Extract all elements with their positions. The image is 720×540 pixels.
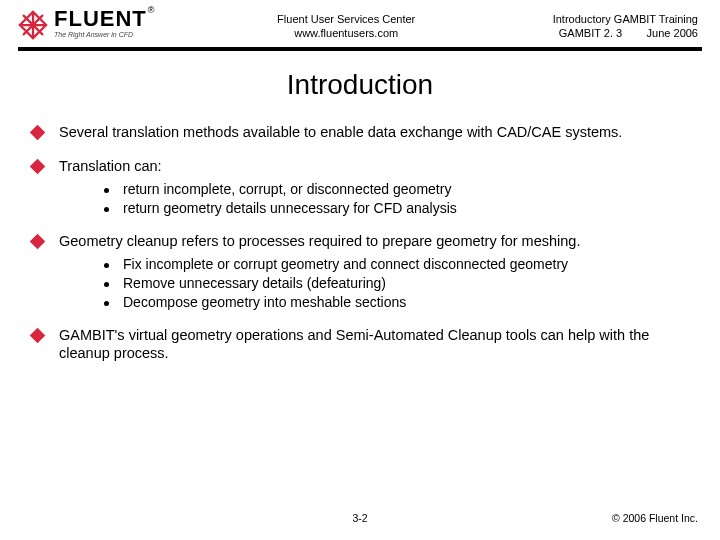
bullet-text: Geometry cleanup refers to processes req… — [59, 232, 688, 250]
bullet-item: Geometry cleanup refers to processes req… — [32, 232, 688, 250]
header: FLUENT® The Right Answer in CFD Fluent U… — [0, 0, 720, 41]
diamond-bullet-icon — [30, 328, 46, 344]
logo-block: FLUENT® The Right Answer in CFD — [18, 8, 154, 40]
bullet-item: GAMBIT's virtual geometry operations and… — [32, 326, 688, 362]
sub-bullet-item: Decompose geometry into meshable section… — [104, 294, 688, 310]
sub-bullet-item: return incomplete, corrupt, or disconnec… — [104, 181, 688, 197]
header-right-line1: Introductory GAMBIT Training — [538, 12, 698, 26]
dot-bullet-icon — [104, 301, 109, 306]
header-center-line1: Fluent User Services Center — [154, 12, 538, 26]
footer-left — [22, 512, 247, 524]
header-right: Introductory GAMBIT Training GAMBIT 2. 3… — [538, 8, 698, 41]
bullet-text: Translation can: — [59, 157, 688, 175]
bullet-item: Several translation methods available to… — [32, 123, 688, 141]
sub-bullet-list: Fix incomplete or corrupt geometry and c… — [104, 256, 688, 310]
dot-bullet-icon — [104, 188, 109, 193]
fluent-logo-icon — [18, 10, 48, 40]
header-center: Fluent User Services Center www.fluentus… — [154, 8, 538, 41]
slide-content: Several translation methods available to… — [0, 123, 720, 363]
footer-copyright: © 2006 Fluent Inc. — [473, 512, 698, 524]
slide-page: FLUENT® The Right Answer in CFD Fluent U… — [0, 0, 720, 540]
header-right-date: June 2006 — [647, 27, 698, 39]
sub-bullet-text: return incomplete, corrupt, or disconnec… — [123, 181, 451, 197]
sub-bullet-text: Decompose geometry into meshable section… — [123, 294, 406, 310]
diamond-bullet-icon — [30, 158, 46, 174]
sub-bullet-text: return geometry details unnecessary for … — [123, 200, 457, 216]
logo-name: FLUENT — [54, 6, 147, 31]
diamond-bullet-icon — [30, 234, 46, 250]
sub-bullet-item: return geometry details unnecessary for … — [104, 200, 688, 216]
footer-page-number: 3-2 — [247, 512, 472, 524]
dot-bullet-icon — [104, 263, 109, 268]
header-right-version: GAMBIT 2. 3 — [559, 27, 622, 39]
diamond-bullet-icon — [30, 124, 46, 140]
sub-bullet-item: Remove unnecessary details (defeaturing) — [104, 275, 688, 291]
dot-bullet-icon — [104, 207, 109, 212]
header-center-line2: www.fluentusers.com — [154, 26, 538, 40]
slide-title: Introduction — [0, 69, 720, 101]
bullet-item: Translation can: — [32, 157, 688, 175]
sub-bullet-list: return incomplete, corrupt, or disconnec… — [104, 181, 688, 216]
logo-word: FLUENT® — [54, 8, 154, 30]
header-right-line2: GAMBIT 2. 3 June 2006 — [538, 26, 698, 40]
logo-text: FLUENT® The Right Answer in CFD — [54, 8, 154, 38]
dot-bullet-icon — [104, 282, 109, 287]
footer: 3-2 © 2006 Fluent Inc. — [0, 512, 720, 524]
header-divider — [18, 47, 702, 51]
sub-bullet-item: Fix incomplete or corrupt geometry and c… — [104, 256, 688, 272]
bullet-text: Several translation methods available to… — [59, 123, 688, 141]
bullet-text: GAMBIT's virtual geometry operations and… — [59, 326, 688, 362]
sub-bullet-text: Fix incomplete or corrupt geometry and c… — [123, 256, 568, 272]
sub-bullet-text: Remove unnecessary details (defeaturing) — [123, 275, 386, 291]
logo-tagline: The Right Answer in CFD — [54, 31, 154, 38]
logo-registered: ® — [148, 5, 156, 15]
